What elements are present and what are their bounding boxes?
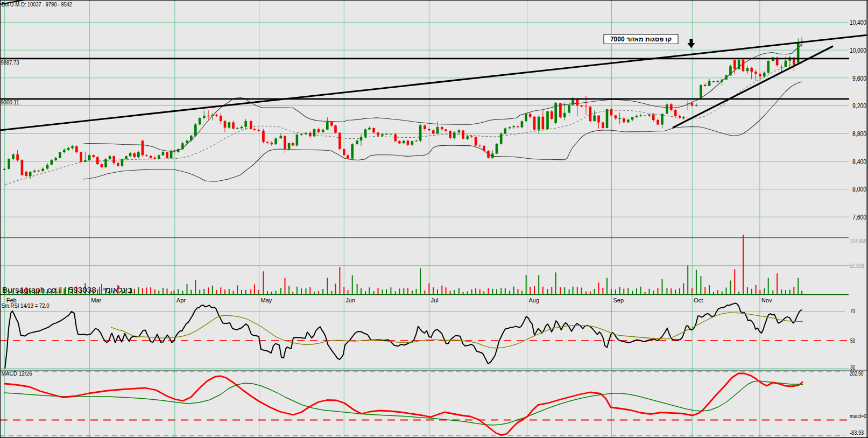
svg-text:10,400: 10,400 bbox=[850, 18, 866, 26]
svg-text:50: 50 bbox=[850, 338, 855, 344]
svg-text:קו פסגות מאזור 7000: קו פסגות מאזור 7000 bbox=[610, 36, 672, 43]
svg-text:202.90: 202.90 bbox=[850, 371, 864, 377]
svg-text:10,000: 10,000 bbox=[850, 46, 866, 54]
svg-text:Jul: Jul bbox=[431, 297, 438, 303]
svg-text:9,200: 9,200 bbox=[852, 102, 866, 110]
svg-text:Aug: Aug bbox=[529, 297, 540, 303]
svg-text:9300.11: 9300.11 bbox=[1, 100, 19, 105]
svg-text:8,400: 8,400 bbox=[852, 158, 866, 166]
svg-text:Sm.RSI 14/13 = 72.0: Sm.RSI 14/13 = 72.0 bbox=[2, 303, 50, 309]
svg-text:9887.73: 9887.73 bbox=[1, 60, 19, 66]
svg-text:Oct: Oct bbox=[694, 297, 703, 303]
svg-text:Nov: Nov bbox=[761, 297, 772, 303]
svg-text:9,600: 9,600 bbox=[852, 74, 866, 82]
svg-text:Bol U-M-D: 10037 - 9790 - 9542: Bol U-M-D: 10037 - 9790 - 9542 bbox=[2, 1, 72, 8]
svg-text:-83.93: -83.93 bbox=[850, 430, 864, 436]
svg-text:Bursagraph.co.il | 593038 | בי: Bursagraph.co.il | 593038 | בינלאומי bbox=[2, 285, 133, 294]
svg-text:Jun: Jun bbox=[345, 297, 355, 303]
svg-text:8,000: 8,000 bbox=[852, 185, 866, 193]
svg-text:Sep: Sep bbox=[613, 297, 624, 303]
svg-text:104,655: 104,655 bbox=[850, 238, 867, 244]
svg-text:May: May bbox=[261, 297, 272, 303]
svg-text:Apr: Apr bbox=[177, 297, 186, 303]
svg-text:30: 30 bbox=[850, 365, 855, 371]
svg-text:macd=0: macd=0 bbox=[850, 413, 866, 419]
svg-text:7,600: 7,600 bbox=[852, 213, 866, 221]
svg-text:8,800: 8,800 bbox=[852, 130, 866, 138]
svg-text:Mar: Mar bbox=[91, 297, 101, 303]
svg-text:52,328: 52,328 bbox=[849, 263, 864, 269]
svg-text:70: 70 bbox=[850, 308, 855, 314]
